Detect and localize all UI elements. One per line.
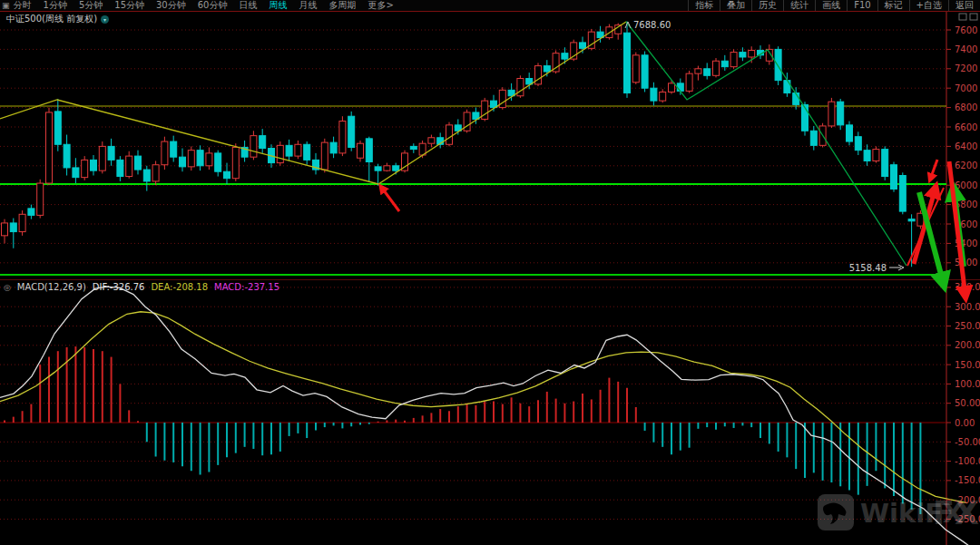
watermark-partial-text: FX xyxy=(933,495,979,531)
toolbar-button-4[interactable]: 画线 xyxy=(815,0,847,11)
period-tabs: 分时1分钟5分钟15分钟30分钟60分钟日线周线月线多周期更多> xyxy=(14,0,394,11)
period-tab-9[interactable]: 多周期 xyxy=(328,0,356,11)
period-tab-3[interactable]: 15分钟 xyxy=(114,0,144,11)
period-tab-4[interactable]: 30分钟 xyxy=(156,0,186,11)
dea-value: DEA:-208.18 xyxy=(151,282,208,292)
drawn-annotations xyxy=(381,160,965,297)
period-tab-1[interactable]: 1分钟 xyxy=(44,0,67,11)
toolbar: ▣ 分时1分钟5分钟15分钟30分钟60分钟日线周线月线多周期更多> 指标叠加历… xyxy=(0,0,980,11)
svg-text:7400: 7400 xyxy=(955,44,977,54)
period-tab-0[interactable]: 分时 xyxy=(14,0,32,11)
svg-text:150.0: 150.0 xyxy=(955,360,980,370)
title-row: 中证500(周线 前复权) ▾ xyxy=(6,13,109,25)
toolbar-button-1[interactable]: 叠加 xyxy=(720,0,751,11)
indicator-row: ◎ MACD(12,26,9) DIF:-326.76 DEA:-208.18 … xyxy=(4,282,279,292)
svg-text:-150.0: -150.0 xyxy=(955,475,980,485)
svg-text:6200: 6200 xyxy=(955,161,977,170)
symbol-title: 中证500(周线 前复权) xyxy=(6,13,97,25)
svg-text:50.00: 50.00 xyxy=(955,398,980,408)
high-price-label: 7688.60 xyxy=(633,20,671,30)
svg-text:-100.0: -100.0 xyxy=(955,456,980,466)
low-price-label: 5158.48 xyxy=(849,263,887,273)
wikifx-watermark: WikiFXFX xyxy=(818,494,979,531)
period-tab-2[interactable]: 5分钟 xyxy=(79,0,103,11)
svg-text:6000: 6000 xyxy=(955,180,977,190)
svg-text:250.0: 250.0 xyxy=(955,321,980,331)
toolbar-actions: 指标叠加历史统计画线F10标记+自选返回 xyxy=(688,0,980,11)
period-tab-5[interactable]: 60分钟 xyxy=(198,0,228,11)
svg-text:-50.00: -50.00 xyxy=(955,437,980,447)
price-chart[interactable]: 7600740072007000680066006400620060005800… xyxy=(0,0,980,545)
period-tab-8[interactable]: 月线 xyxy=(299,0,317,11)
grid-icon[interactable]: ▣ xyxy=(2,0,10,11)
svg-text:7600: 7600 xyxy=(955,25,977,35)
indicator-name[interactable]: MACD(12,26,9) xyxy=(17,282,86,292)
macd-value: MACD:-237.15 xyxy=(214,282,279,292)
toolbar-button-3[interactable]: 统计 xyxy=(783,0,815,11)
toolbar-button-7[interactable]: +自选 xyxy=(909,0,948,11)
toolbar-button-0[interactable]: 指标 xyxy=(688,0,720,11)
toolbar-button-8[interactable]: 返回 xyxy=(948,0,980,11)
svg-text:7000: 7000 xyxy=(955,83,977,93)
period-tab-6[interactable]: 日线 xyxy=(239,0,257,11)
settings-icon[interactable]: ▾ xyxy=(101,15,109,24)
period-tab-7[interactable]: 周线 xyxy=(269,0,287,11)
svg-text:300.0: 300.0 xyxy=(955,302,980,312)
toolbar-button-5[interactable]: F10 xyxy=(847,0,877,11)
svg-text:7200: 7200 xyxy=(955,63,977,73)
toolbar-button-6[interactable]: 标记 xyxy=(877,0,909,11)
toolbar-button-2[interactable]: 历史 xyxy=(751,0,783,11)
period-tab-10[interactable]: 更多> xyxy=(368,0,393,11)
gridlines xyxy=(0,12,980,545)
svg-text:0.00: 0.00 xyxy=(955,418,975,428)
dif-value: DIF:-326.76 xyxy=(93,282,145,292)
svg-text:6400: 6400 xyxy=(955,141,977,151)
svg-text:350.0: 350.0 xyxy=(955,282,980,292)
svg-text:6600: 6600 xyxy=(955,122,977,132)
svg-text:100.0: 100.0 xyxy=(955,379,980,389)
svg-text:200.0: 200.0 xyxy=(955,340,980,350)
svg-text:6800: 6800 xyxy=(955,102,977,112)
indicator-toggle-icon[interactable]: ◎ xyxy=(4,283,11,292)
trading-app: { "toolbar": { "grid_icon": "▣", "left_i… xyxy=(0,0,980,545)
